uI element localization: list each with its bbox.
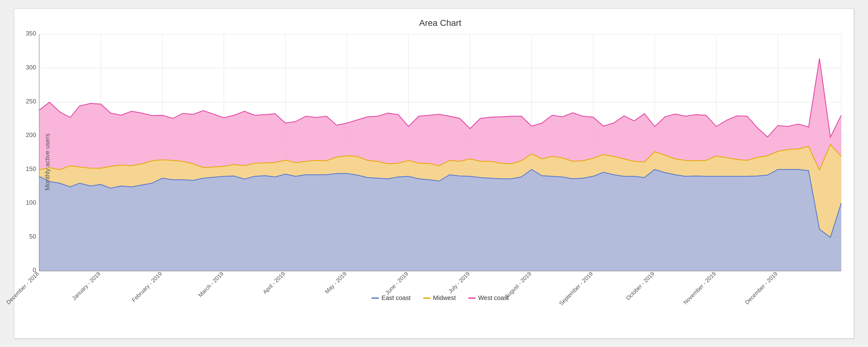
svg-text:April - 2019: April - 2019	[261, 271, 286, 295]
svg-text:100: 100	[26, 199, 36, 206]
legend-east-coast-label: East coast	[381, 294, 410, 301]
legend-midwest-label: Midwest	[433, 294, 456, 301]
svg-text:350: 350	[26, 30, 36, 37]
svg-text:50: 50	[29, 233, 36, 240]
svg-text:June - 2019: June - 2019	[384, 271, 409, 296]
legend-west-coast: West coast	[468, 294, 509, 301]
chart-container: Area Chart Monthly active users	[14, 8, 854, 339]
legend-east-coast-color	[371, 297, 379, 299]
main-chart-svg: 0 50 100 150 200 250 300 350 December - …	[39, 34, 841, 290]
legend-midwest-color	[423, 297, 431, 299]
svg-text:July - 2019: July - 2019	[447, 271, 471, 294]
svg-text:May - 2019: May - 2019	[323, 271, 348, 295]
y-axis-label: Monthly active users	[44, 134, 51, 190]
svg-text:200: 200	[26, 132, 36, 138]
svg-text:December - 2018: December - 2018	[5, 271, 40, 306]
svg-text:150: 150	[26, 165, 36, 172]
svg-text:250: 250	[26, 98, 36, 105]
east-coast-area	[39, 169, 841, 271]
chart-title: Area Chart	[39, 18, 841, 28]
legend-midwest: Midwest	[423, 294, 456, 301]
legend-east-coast: East coast	[371, 294, 410, 301]
svg-text:300: 300	[26, 64, 36, 71]
chart-area: Monthly active users	[39, 34, 841, 290]
chart-legend: East coast Midwest West coast	[39, 294, 841, 301]
legend-west-coast-color	[468, 297, 476, 299]
